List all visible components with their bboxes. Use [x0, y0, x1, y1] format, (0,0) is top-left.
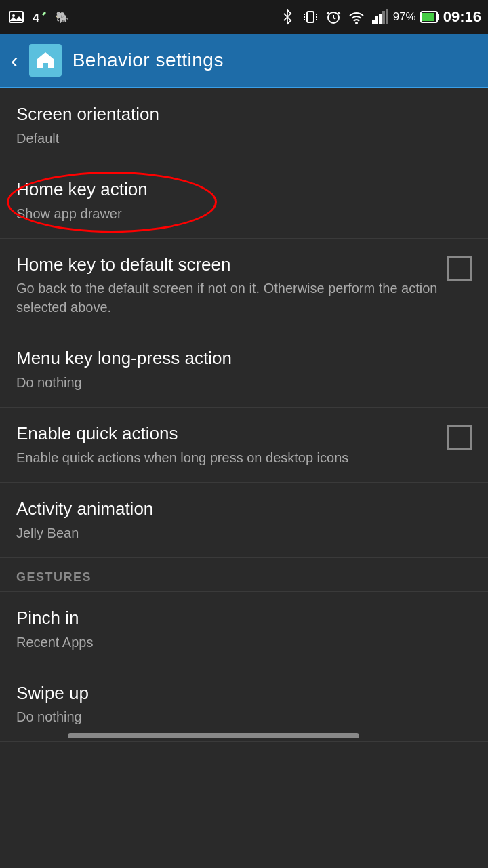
alarm-icon — [324, 7, 343, 26]
svg-rect-18 — [422, 13, 434, 21]
screen-orientation-title: Screen orientation — [16, 103, 472, 126]
status-time: 09:16 — [443, 8, 481, 26]
settings-item-home-key-default[interactable]: Home key to default screen Go back to th… — [0, 239, 488, 333]
settings-item-menu-key[interactable]: Menu key long-press action Do nothing — [0, 332, 488, 408]
settings-item-activity-animation[interactable]: Activity animation Jelly Bean — [0, 483, 488, 558]
home-key-action-title: Home key action — [16, 178, 472, 201]
quick-actions-content: Enable quick actions Enable quick action… — [16, 422, 447, 467]
pinch-in-subtitle: Recent Apps — [16, 633, 472, 652]
quick-actions-checkbox[interactable] — [447, 425, 472, 450]
screen-orientation-subtitle: Default — [16, 129, 472, 148]
settings-item-pinch-in[interactable]: Pinch in Recent Apps — [0, 592, 488, 667]
gestures-section-header: GESTURES — [0, 558, 488, 592]
pinch-in-content: Pinch in Recent Apps — [16, 607, 472, 652]
battery-icon — [420, 7, 439, 26]
activity-animation-title: Activity animation — [16, 498, 472, 521]
gestures-header-label: GESTURES — [16, 570, 92, 584]
image-icon — [7, 7, 26, 26]
svg-point-1 — [12, 14, 15, 17]
settings-list: Screen orientation Default Home key acti… — [0, 88, 488, 742]
settings-item-swipe-up[interactable]: Swipe up Do nothing — [0, 667, 488, 743]
pinch-in-title: Pinch in — [16, 607, 472, 630]
status-bar-right: 97% 09:16 — [278, 7, 481, 26]
svg-rect-3 — [307, 12, 314, 22]
swipe-up-content: Swipe up Do nothing — [16, 682, 472, 727]
scrollbar[interactable] — [68, 733, 359, 738]
activity-animation-subtitle: Jelly Bean — [16, 524, 472, 542]
home-key-default-title: Home key to default screen — [16, 254, 447, 277]
elephant-icon: 🐘 — [53, 7, 72, 26]
svg-rect-12 — [372, 20, 375, 24]
home-key-default-checkbox[interactable] — [447, 256, 472, 281]
home-key-default-content: Home key to default screen Go back to th… — [16, 254, 447, 317]
battery-percent: 97% — [393, 10, 416, 24]
back-button[interactable]: ‹ — [11, 48, 18, 73]
settings-item-quick-actions[interactable]: Enable quick actions Enable quick action… — [0, 408, 488, 483]
home-key-action-subtitle: Show app drawer — [16, 204, 472, 223]
home-key-action-content: Home key action Show app drawer — [16, 178, 472, 223]
page-title: Behavior settings — [73, 50, 224, 71]
app-icon — [29, 44, 62, 77]
status-bar-left: 4 🐘 — [7, 7, 72, 26]
swipe-up-title: Swipe up — [16, 682, 472, 705]
settings-item-home-key-action[interactable]: Home key action Show app drawer — [0, 163, 488, 239]
activity-animation-content: Activity animation Jelly Bean — [16, 498, 472, 542]
svg-rect-14 — [379, 14, 382, 24]
bluetooth-icon — [278, 7, 297, 26]
menu-key-content: Menu key long-press action Do nothing — [16, 347, 472, 392]
menu-key-title: Menu key long-press action — [16, 347, 472, 370]
screen-orientation-content: Screen orientation Default — [16, 103, 472, 148]
vibrate-icon — [301, 7, 320, 26]
home-key-default-subtitle: Go back to the default screen if not on … — [16, 279, 447, 317]
svg-rect-15 — [382, 11, 385, 24]
swipe-up-subtitle: Do nothing — [16, 707, 472, 726]
quick-actions-title: Enable quick actions — [16, 422, 447, 446]
signal-bars-icon — [370, 7, 389, 26]
quick-actions-subtitle: Enable quick actions when long press on … — [16, 448, 447, 467]
menu-key-subtitle: Do nothing — [16, 373, 472, 392]
signal-boost-icon: 4 — [30, 7, 49, 26]
svg-rect-13 — [375, 16, 378, 24]
svg-text:4: 4 — [33, 12, 39, 25]
status-bar: 4 🐘 — [0, 0, 488, 34]
settings-item-screen-orientation[interactable]: Screen orientation Default — [0, 88, 488, 163]
action-bar: ‹ Behavior settings — [0, 34, 488, 88]
svg-rect-16 — [386, 9, 388, 24]
wifi-icon — [347, 7, 366, 26]
svg-point-11 — [355, 22, 358, 24]
